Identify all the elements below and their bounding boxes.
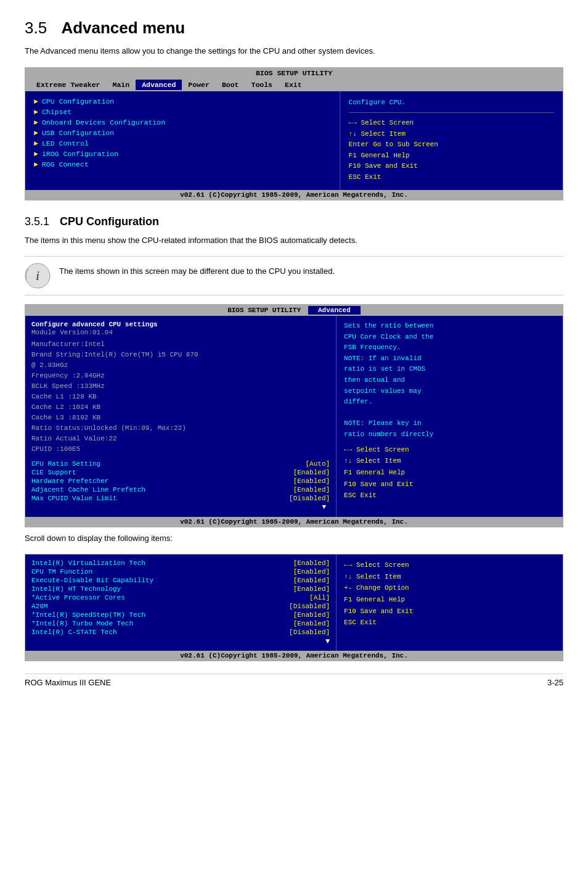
setting-a20m[interactable]: A20M [Disabled] [31, 603, 330, 610]
scroll-down-arrow: ▼ [31, 503, 330, 512]
bios-menubar-1: Extreme Tweaker Main Advanced Power Boot… [25, 78, 563, 91]
svg-text:i: i [36, 268, 39, 283]
menu-power[interactable]: Power [182, 80, 216, 90]
bios-key-help-1: ←→ Select Screen ↑↓ Select Item Enter Go… [349, 118, 554, 183]
bios-footer-3: v02.61 (C)Copyright 1985-2009, American … [25, 651, 563, 661]
bios-help-text-1: Configure CPU. [349, 97, 554, 108]
bios-cpu-header: Configure advanced CPU settings [31, 321, 330, 328]
bios-body-2: Configure advanced CPU settings Module V… [25, 316, 563, 517]
bios-item-cpu[interactable]: ►CPU Configuration [34, 97, 331, 105]
bios-separator-1 [349, 112, 554, 113]
bios-item-chipset[interactable]: ►Chipset [34, 108, 331, 116]
menu-boot[interactable]: Boot [216, 80, 245, 90]
bios-item-usb[interactable]: ►USB Configuration [34, 129, 331, 137]
bios-item-irog[interactable]: ►iROG Configuration [34, 150, 331, 158]
section-heading: 3.5 Advanced menu [25, 19, 563, 38]
bios-screen-1: BIOS SETUP UTILITY Extreme Tweaker Main … [25, 67, 563, 200]
bios-left-panel-3: Intel(R) Virtualization Tech [Enabled] C… [25, 555, 337, 651]
bios-right-panel-2: Sets the ratio between CPU Core Clock an… [337, 316, 563, 517]
footer-page: 3-25 [547, 678, 563, 687]
bios-help-text-2: Sets the ratio between CPU Core Clock an… [344, 321, 555, 440]
note-icon: i [25, 263, 51, 289]
bios-right-panel-3: ←→ Select Screen ↑↓ Select Item +- Chang… [337, 555, 563, 651]
scroll-text: Scroll down to display the following ite… [25, 532, 563, 545]
setting-execute-disable[interactable]: Execute-Disable Bit Capability [Enabled] [31, 577, 330, 584]
section-title: Advanced menu [61, 19, 185, 37]
bios-key-help-3: ←→ Select Screen ↑↓ Select Item +- Chang… [344, 559, 555, 629]
menu-advanced[interactable]: Advanced [136, 80, 182, 90]
bios-topbar-1: BIOS SETUP UTILITY [25, 68, 563, 78]
setting-hw-prefetch[interactable]: Hardware Prefetcher [Enabled] [31, 477, 330, 485]
bios-body-1: ►CPU Configuration ►Chipset ►Onboard Dev… [25, 91, 563, 190]
bios-subtab-advanced[interactable]: Advanced [308, 306, 361, 315]
bios-title-1: BIOS SETUP UTILITY [30, 69, 558, 77]
bios-screen-2: BIOS SETUP UTILITY Advanced Configure ad… [25, 304, 563, 527]
setting-cpu-tm[interactable]: CPU TM Function [Enabled] [31, 568, 330, 576]
subsection-number: 3.5.1 [25, 215, 49, 228]
bios-title-2: BIOS SETUP UTILITY [227, 307, 308, 314]
setting-vt[interactable]: Intel(R) Virtualization Tech [Enabled] [31, 559, 330, 567]
bios-left-panel-1: ►CPU Configuration ►Chipset ►Onboard Dev… [25, 91, 340, 190]
note-box: i The items shown in this screen may be … [25, 256, 563, 295]
section-intro: The Advanced menu items allow you to cha… [25, 45, 563, 57]
subsection-title: CPU Configuration [60, 215, 159, 228]
scroll-down-3: ▼ [31, 637, 330, 646]
bios-body-3: Intel(R) Virtualization Tech [Enabled] C… [25, 555, 563, 651]
bios-right-panel-1: Configure CPU. ←→ Select Screen ↑↓ Selec… [340, 91, 563, 190]
setting-ht[interactable]: Intel(R) HT Technology [Enabled] [31, 585, 330, 593]
note-text: The items shown in this screen may be di… [59, 263, 335, 278]
setting-cpu-ratio[interactable]: CPU Ratio Setting [Auto] [31, 460, 330, 468]
setting-c1e[interactable]: C1E Support [Enabled] [31, 469, 330, 476]
menu-exit[interactable]: Exit [279, 80, 308, 90]
setting-cstate[interactable]: Intel(R) C-STATE Tech [Disabled] [31, 629, 330, 636]
menu-main[interactable]: Main [107, 80, 136, 90]
bios-cpu-info: Manufacturer:Intel Brand String:Intel(R)… [31, 339, 330, 455]
section-number: 3.5 [25, 19, 47, 37]
bios-screen-3: Intel(R) Virtualization Tech [Enabled] C… [25, 554, 563, 661]
bios-item-led[interactable]: ►LED Control [34, 139, 331, 147]
bios-item-onboard[interactable]: ►Onboard Devices Configuration [34, 118, 331, 126]
bios-footer-2: v02.61 (C)Copyright 1985-2009, American … [25, 517, 563, 527]
setting-adj-cache[interactable]: Adjacent Cache Line Prefetch [Enabled] [31, 486, 330, 493]
bios-key-help-2: ←→ Select Screen ↑↓ Select Item F1 Gener… [344, 444, 555, 501]
bios-left-panel-2: Configure advanced CPU settings Module V… [25, 316, 337, 517]
bios-module-version: Module Version:01.04 [31, 329, 330, 336]
setting-turbo[interactable]: *Intel(R) Turbo Mode Tech [Enabled] [31, 620, 330, 627]
subsection-intro: The items in this menu show the CPU-rela… [25, 234, 563, 247]
subsection-heading: 3.5.1 CPU Configuration [25, 215, 563, 228]
setting-speedstep[interactable]: *Intel(R) SpeedStep(TM) Tech [Enabled] [31, 611, 330, 619]
bios-footer-1: v02.61 (C)Copyright 1985-2009, American … [25, 190, 563, 200]
menu-tools[interactable]: Tools [245, 80, 279, 90]
menu-extreme-tweaker[interactable]: Extreme Tweaker [30, 80, 107, 90]
setting-max-cpuid[interactable]: Max CPUID Value Limit [Disabled] [31, 495, 330, 502]
bios-item-rog[interactable]: ►ROG Connect [34, 160, 331, 168]
page-footer: ROG Maximus III GENE 3-25 [25, 674, 563, 687]
footer-product: ROG Maximus III GENE [25, 678, 111, 687]
setting-active-cores[interactable]: *Active Processor Cores [All] [31, 594, 330, 601]
bios-topbar-2: BIOS SETUP UTILITY Advanced [25, 305, 563, 316]
